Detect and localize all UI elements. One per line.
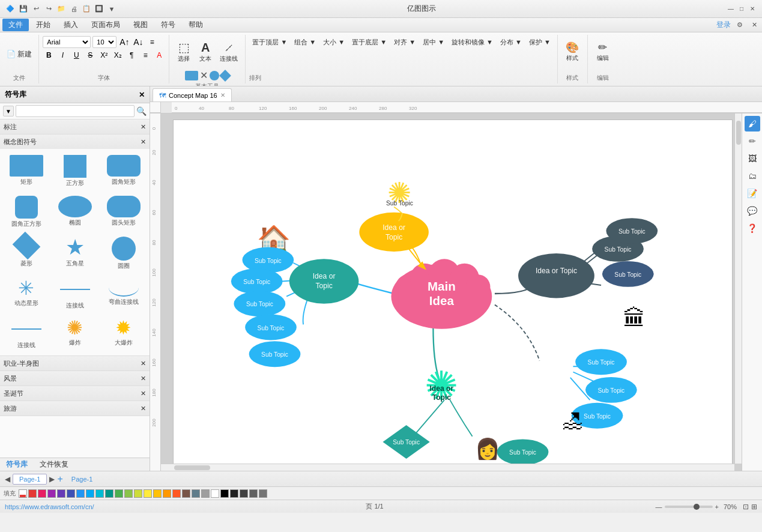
list2-btn[interactable]: ≡ [139,49,151,61]
italic-btn[interactable]: I [56,49,68,61]
subtopic-lower-right-1[interactable]: Sub Topic [575,349,627,375]
login-btn[interactable]: 登录 [716,20,731,30]
search-icon[interactable]: 🔍 [136,106,147,116]
annotation-section-header[interactable]: 标注 ✕ [0,119,150,134]
concept-close-icon[interactable]: ✕ [141,138,146,146]
font-family-select[interactable]: Arial [43,36,91,48]
travel-section-header[interactable]: 旅游 ✕ [0,401,150,416]
subtopic-left-4[interactable]: Sub Topic [245,314,297,340]
scrollbar-v-thumb[interactable] [736,121,741,145]
align-btn[interactable]: ≡ [146,36,158,48]
scrollbar-vertical[interactable] [734,113,742,464]
subtopic-bottom-right[interactable]: Sub Topic [497,439,549,465]
color-yellow[interactable] [144,489,152,498]
scrollbar-h-thumb[interactable] [174,465,210,470]
right-btn-layers[interactable]: 🗂 [745,168,760,184]
grid-btn[interactable]: ⊞ [751,503,757,511]
status-link[interactable]: https://www.edrawsoft.com/cn/ [5,503,94,510]
color-dark-grey[interactable] [240,489,248,498]
symbol-search-input[interactable] [16,105,135,117]
new-file-btn[interactable]: 📄 新建 [4,49,35,61]
color-light-green[interactable] [124,489,133,498]
subtopic-left-2[interactable]: Sub Topic [231,268,283,294]
color-pink[interactable] [38,489,46,498]
symbol-explosion[interactable]: ✺ 爆炸 [52,316,97,352]
page-tab-label[interactable]: Page-1 [65,474,98,484]
search-dropdown-btn[interactable]: ▼ [3,106,14,116]
subtopic-diamond-bottom[interactable]: Sub Topic [383,425,429,459]
size-btn[interactable]: 大小 ▼ [320,36,348,48]
scenery-section-header[interactable]: 风景 ✕ [0,371,150,385]
color-green[interactable] [115,489,123,498]
color-blue-grey[interactable] [192,489,200,498]
center-btn[interactable]: 居中 ▼ [420,36,447,48]
more-btn[interactable]: ▼ [106,4,117,14]
symbol-panel-close[interactable]: ✕ [139,91,145,99]
bold-btn[interactable]: B [43,49,55,61]
right-btn-doc[interactable]: 📝 [745,186,760,201]
right-btn-image[interactable]: 🖼 [745,151,760,166]
shape-rect-icon[interactable] [185,71,198,80]
underline-btn[interactable]: U [70,49,82,61]
scrollbar-horizontal[interactable] [161,464,734,471]
menu-home[interactable]: 开始 [30,19,56,31]
job-close-icon[interactable]: ✕ [141,360,146,367]
symbol-circle[interactable]: 圆圈 [101,234,146,273]
travel-close-icon[interactable]: ✕ [141,405,146,413]
subtopic-right-2[interactable]: Sub Topic [606,218,658,244]
color-deep-orange[interactable] [172,489,181,498]
font-size-select[interactable]: 10 [92,36,116,48]
subtopic-sun[interactable]: ✺ Sub Topic [386,177,413,209]
color-grey2[interactable] [249,489,258,498]
subtopic-lower-right-2[interactable]: Sub Topic [585,377,637,403]
maximize-btn[interactable]: □ [737,4,746,14]
right-btn-chat[interactable]: 💬 [745,203,760,219]
color-red[interactable] [28,489,37,498]
zoom-plus-btn[interactable]: + [715,503,719,510]
subtopic-left-5[interactable]: Sub Topic [249,341,301,367]
canvas-viewport[interactable]: 🏠 [161,113,742,471]
canvas-tab-concept-map[interactable]: 🗺 Concept Map 16 ✕ [153,88,232,101]
page-tab-1[interactable]: Page-1 [13,474,47,485]
prev-page-btn[interactable]: ◀ [5,475,10,483]
color-orange[interactable] [163,489,171,498]
close-btn[interactable]: ✕ [748,4,757,14]
color-indigo[interactable] [67,489,75,498]
edit-btn[interactable]: ✏ 编辑 [593,36,612,67]
symbol-lib-tab[interactable]: 符号库 [0,458,34,471]
right-btn-brush[interactable]: 🖌 [745,116,760,131]
align-btn2[interactable]: 对齐 ▼ [391,36,419,48]
right-btn-help[interactable]: ❓ [745,220,760,236]
subtopic-right-3[interactable]: Sub Topic [602,261,654,287]
color-cyan[interactable] [95,489,104,498]
menu-help[interactable]: 帮助 [183,19,209,31]
next-page-btn[interactable]: ▶ [49,475,55,483]
add-page-btn[interactable]: + [57,474,62,485]
symbol-round-rect2[interactable]: 圆头矩形 [101,193,146,231]
tab-close[interactable]: ✕ [220,92,225,98]
shape-diamond-icon[interactable] [219,70,231,82]
zoom-thumb[interactable] [694,504,700,510]
color-grey3[interactable] [259,489,267,498]
symbol-diamond[interactable]: 菱形 [4,234,49,270]
menu-layout[interactable]: 页面布局 [85,19,126,31]
frame-btn[interactable]: 🔲 [94,4,104,14]
color-brown[interactable] [182,489,190,498]
color-purple[interactable] [47,489,56,498]
annotation-close-icon[interactable]: ✕ [141,123,146,131]
shape-x-icon[interactable]: ✕ [200,70,208,81]
superscript-btn[interactable]: X² [98,49,110,61]
extension-icon[interactable]: ✕ [749,20,760,31]
color-white[interactable] [211,489,219,498]
main-idea-node[interactable]: Main Idea [391,259,492,329]
scenery-close-icon[interactable]: ✕ [141,375,146,382]
symbol-curve[interactable]: 弯曲连接线 [101,276,146,312]
symbol-dyn-star[interactable]: ✳ 动态星形 [4,276,49,312]
select-tool-btn[interactable]: ⬚ 选择 [174,36,193,67]
christmas-section-header[interactable]: 圣诞节 ✕ [0,386,150,401]
save-btn[interactable]: 💾 [18,4,29,14]
strikethrough-btn[interactable]: S [84,49,96,61]
menu-symbol[interactable]: 符号 [155,19,181,31]
right-btn-pencil[interactable]: ✏ [745,133,760,149]
copy-btn[interactable]: 📋 [81,4,92,14]
